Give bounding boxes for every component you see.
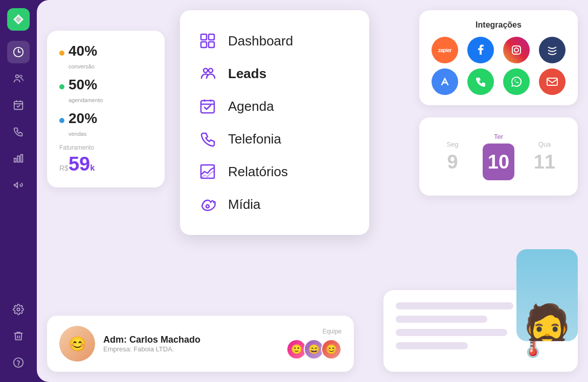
svg-rect-5 [17, 156, 19, 162]
sidebar-bottom [7, 298, 30, 374]
integration-phone-call[interactable] [467, 68, 494, 95]
conversion-percent: 40% [69, 43, 97, 59]
day-label-seg: Seg [446, 140, 458, 148]
sidebar-item-phone[interactable] [7, 121, 30, 143]
sidebar-item-settings[interactable] [7, 298, 30, 321]
logo-icon [11, 12, 26, 27]
menu-agenda-label: Agenda [228, 99, 274, 114]
menu-item-midia[interactable]: Mídia [196, 188, 353, 221]
sidebar-item-dashboard[interactable] [7, 41, 30, 63]
scheduling-dot [59, 84, 64, 89]
calendar-card: Seg 9 Ter 10 Qua 11 [419, 117, 578, 196]
integration-instagram[interactable] [503, 37, 530, 63]
integrations-card: Integrações zapier [419, 10, 578, 105]
svg-point-21 [519, 46, 520, 47]
svg-rect-12 [201, 42, 207, 47]
hotlead-line-3 [396, 329, 507, 336]
svg-point-9 [18, 365, 19, 365]
stat-row-scheduling: 50% [59, 77, 152, 93]
calendar-day-qua[interactable]: Qua 11 [526, 140, 563, 173]
chart-icon [13, 153, 24, 164]
integration-facebook[interactable] [467, 37, 494, 63]
settings-icon [13, 304, 24, 315]
hotlead-line-1 [396, 302, 513, 309]
faturamento-unit: k [90, 163, 95, 172]
day-num-qua: 11 [534, 151, 555, 173]
sidebar-logo[interactable] [7, 8, 30, 31]
menu-relatorios-label: Relatórios [228, 164, 288, 180]
svg-point-8 [14, 358, 23, 367]
menu-leads-icon [196, 62, 219, 85]
faturamento-amount: 59 [69, 153, 90, 175]
integration-xcale[interactable] [539, 37, 566, 63]
sales-percent: 20% [69, 110, 97, 127]
menu-item-dashboard[interactable]: Dashboard [196, 25, 353, 57]
profile-info: Adm: Carlos Machado Empresa: Faboia LTDA… [103, 335, 278, 353]
integration-google-ads[interactable] [432, 68, 458, 95]
faturamento-value: R$59k [59, 153, 152, 175]
svg-rect-16 [201, 101, 214, 113]
menu-item-agenda[interactable]: Agenda [196, 90, 353, 123]
trash-icon [13, 330, 24, 342]
sidebar-item-megaphone[interactable] [7, 174, 30, 196]
svg-rect-23 [547, 78, 557, 85]
day-label-qua: Qua [538, 140, 551, 148]
sidebar-item-help[interactable] [7, 351, 30, 374]
menu-leads-label: Leads [228, 66, 266, 82]
sidebar-item-calendar[interactable] [7, 94, 30, 116]
hotlead-line-2 [396, 316, 487, 323]
menu-dashboard-label: Dashboard [228, 33, 293, 49]
svg-point-14 [203, 68, 208, 73]
svg-rect-3 [14, 102, 23, 110]
calendar-icon [13, 100, 24, 111]
megaphone-icon [13, 179, 24, 190]
menu-midia-icon [196, 193, 219, 216]
integration-whatsapp[interactable] [503, 68, 530, 95]
conversion-dot [59, 51, 64, 56]
integrations-grid: zapier [429, 37, 568, 95]
integration-email[interactable] [539, 68, 566, 95]
svg-rect-10 [201, 34, 207, 40]
faturamento-label: Faturamento [59, 144, 152, 151]
day-num-ter: 10 [483, 144, 514, 180]
svg-point-18 [206, 205, 209, 208]
sales-label: vendas [69, 131, 152, 137]
profile-avatar: 😊 [59, 326, 95, 362]
users-icon [13, 73, 24, 84]
scheduling-label: agendamento [69, 97, 152, 103]
svg-rect-4 [14, 158, 16, 162]
calendar-day-seg[interactable]: Seg 9 [434, 140, 471, 173]
svg-rect-6 [21, 155, 23, 162]
svg-point-2 [19, 75, 22, 78]
menu-card: Dashboard Leads [180, 10, 369, 235]
dashboard-icon [13, 46, 24, 58]
svg-point-15 [209, 68, 213, 73]
profile-name: Adm: Carlos Machado [103, 335, 278, 345]
svg-point-7 [17, 308, 20, 311]
person-avatar-card: 🧔 [516, 249, 578, 341]
menu-item-relatorios[interactable]: Relatórios [196, 155, 353, 188]
faturamento-prefix: R$ [59, 164, 69, 172]
calendar-days: Seg 9 Ter 10 Qua 11 [429, 128, 568, 185]
help-icon [13, 357, 24, 368]
svg-point-1 [16, 75, 19, 78]
team-label: Equipe [286, 328, 342, 335]
menu-item-leads[interactable]: Leads [196, 57, 353, 90]
day-num-seg: 9 [447, 151, 458, 173]
stat-row-sales: 20% [59, 110, 152, 127]
stats-card: 40% conversão 50% agendamento 20% vendas… [47, 31, 165, 187]
hotlead-line-4 [396, 342, 468, 349]
sidebar-item-chart[interactable] [7, 147, 30, 170]
sidebar-item-users[interactable] [7, 67, 30, 90]
calendar-day-ter[interactable]: Ter 10 [480, 133, 517, 180]
menu-agenda-icon [196, 95, 219, 117]
sidebar-item-trash[interactable] [7, 325, 30, 347]
menu-midia-label: Mídia [228, 197, 261, 212]
integration-zapier[interactable]: zapier [432, 37, 458, 63]
phone-icon [13, 126, 24, 137]
scheduling-percent: 50% [69, 77, 97, 93]
menu-relatorios-icon [196, 160, 219, 183]
menu-item-telefonia[interactable]: Telefonia [196, 123, 353, 155]
sales-dot [59, 118, 64, 123]
team-member-3: 😊 [321, 339, 342, 360]
